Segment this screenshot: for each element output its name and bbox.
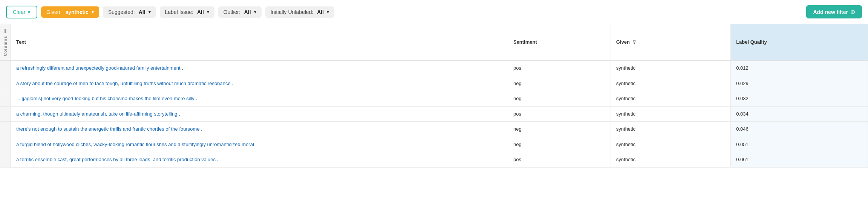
cell-sentiment: neg (508, 137, 611, 152)
close-icon: × (28, 9, 31, 15)
text-blue-part: ... [jaglom's] not very good-looking but… (16, 96, 194, 101)
filter-given-value: synthetic (65, 9, 88, 15)
col-header-sentiment: Sentiment (508, 24, 611, 60)
cell-text: there's not enough to sustain the energe… (11, 122, 508, 137)
cell-given: synthetic (611, 106, 730, 122)
text-black-part: . (216, 157, 218, 162)
cell-sentiment: neg (508, 91, 611, 107)
filter-outlier-value: All (244, 9, 251, 15)
cell-label-quality: 0.034 (731, 106, 868, 122)
columns-label: Columns (3, 36, 8, 56)
filter-suggested-label: Suggested: (108, 9, 136, 15)
row-sidebar-cell (0, 106, 11, 122)
cell-sentiment: neg (508, 122, 611, 137)
clear-label: Clear (13, 9, 25, 15)
row-sidebar-cell (0, 76, 11, 91)
text-black-part: . (178, 111, 180, 117)
cell-given: synthetic (611, 91, 730, 107)
text-blue-part: a turgid blend of hollywood clichés, wac… (16, 142, 254, 147)
table-row: a turgid blend of hollywood clichés, wac… (0, 137, 868, 152)
text-black-part: . (254, 142, 257, 147)
chevron-down-icon: ▾ (207, 9, 209, 15)
chevron-down-icon: ▾ (148, 9, 151, 15)
cell-label-quality: 0.046 (731, 122, 868, 137)
filter-label-issue-label: Label Issue: (165, 9, 195, 15)
add-filter-label: Add new filter (813, 9, 848, 15)
cell-text: a story about the courage of men to face… (11, 76, 508, 91)
filter-outlier[interactable]: Outlier: All ▾ (218, 6, 262, 18)
table-row: ... [jaglom's] not very good-looking but… (0, 91, 868, 107)
row-sidebar-cell (0, 152, 11, 168)
filter-initially-unlabeled-label: Initially Unlabeled: (271, 9, 315, 15)
row-sidebar-cell (0, 91, 11, 107)
chevron-down-icon: ▾ (92, 9, 94, 15)
text-black-part: . (200, 126, 202, 132)
row-sidebar-cell (0, 60, 11, 76)
table-row: a story about the courage of men to face… (0, 76, 868, 91)
cell-text: a turgid blend of hollywood clichés, wac… (11, 137, 508, 152)
col-header-text: Text (11, 24, 508, 60)
text-black-part: . (194, 96, 197, 101)
filter-initially-unlabeled-value: All (317, 9, 324, 15)
cell-given: synthetic (611, 60, 730, 76)
text-blue-part: a charming, though ultimately amateurish… (16, 111, 178, 117)
filter-given-label: Given: (46, 9, 63, 15)
filter-suggested[interactable]: Suggested: All ▾ (103, 6, 156, 18)
chevron-down-icon: ▾ (254, 9, 256, 15)
cell-label-quality: 0.061 (731, 152, 868, 168)
filter-given[interactable]: Given: synthetic ▾ (41, 6, 99, 18)
filter-initially-unlabeled[interactable]: Initially Unlabeled: All ▾ (265, 6, 334, 18)
text-blue-part: a refreshingly different and unexpectedl… (16, 65, 181, 71)
cell-sentiment: pos (508, 152, 611, 168)
cell-sentiment: pos (508, 60, 611, 76)
cell-text: a terrific ensemble cast, great performa… (11, 152, 508, 168)
add-new-filter-button[interactable]: Add new filter ⊕ (806, 5, 862, 18)
row-sidebar-cell (0, 122, 11, 137)
table-row: a refreshingly different and unexpectedl… (0, 60, 868, 76)
table-row: a charming, though ultimately amateurish… (0, 106, 868, 122)
text-blue-part: a story about the courage of men to face… (16, 81, 231, 86)
text-black-part: . (181, 65, 183, 71)
cell-text: a refreshingly different and unexpectedl… (11, 60, 508, 76)
cell-given: synthetic (611, 76, 730, 91)
filter-label-issue-value: All (197, 9, 204, 15)
filter-suggested-value: All (139, 9, 145, 15)
cell-given: synthetic (611, 137, 730, 152)
data-table-container: ⦀ Columns Text Sentiment Given ⊽ Label Q… (0, 24, 868, 168)
cell-label-quality: 0.032 (731, 91, 868, 107)
cell-label-quality: 0.029 (731, 76, 868, 91)
cell-given: synthetic (611, 152, 730, 168)
cell-label-quality: 0.012 (731, 60, 868, 76)
filter-outlier-label: Outlier: (224, 9, 242, 15)
filter-label-issue[interactable]: Label Issue: All ▾ (160, 6, 214, 18)
col-header-given[interactable]: Given ⊽ (611, 24, 730, 60)
chevron-down-icon: ▾ (327, 9, 329, 15)
sort-filter-icon: ⊽ (633, 40, 636, 44)
clear-button[interactable]: Clear × (6, 6, 37, 18)
text-blue-part: a terrific ensemble cast, great performa… (16, 157, 216, 162)
cell-label-quality: 0.051 (731, 137, 868, 152)
cell-given: synthetic (611, 122, 730, 137)
col-header-label-quality: Label Quality (731, 24, 868, 60)
cell-sentiment: neg (508, 76, 611, 91)
cell-text: ... [jaglom's] not very good-looking but… (11, 91, 508, 107)
columns-sidebar: ⦀ Columns (0, 24, 11, 60)
data-table: ⦀ Columns Text Sentiment Given ⊽ Label Q… (0, 24, 868, 168)
text-black-part: . (231, 81, 233, 86)
sidebar-lines-icon: ⦀ (4, 28, 6, 34)
table-row: a terrific ensemble cast, great performa… (0, 152, 868, 168)
cell-sentiment: pos (508, 106, 611, 122)
plus-circle-icon: ⊕ (850, 8, 855, 15)
row-sidebar-cell (0, 137, 11, 152)
table-row: there's not enough to sustain the energe… (0, 122, 868, 137)
text-blue-part: there's not enough to sustain the energe… (16, 126, 200, 132)
filter-bar: Clear × Given: synthetic ▾ Suggested: Al… (0, 0, 868, 24)
cell-text: a charming, though ultimately amateurish… (11, 106, 508, 122)
